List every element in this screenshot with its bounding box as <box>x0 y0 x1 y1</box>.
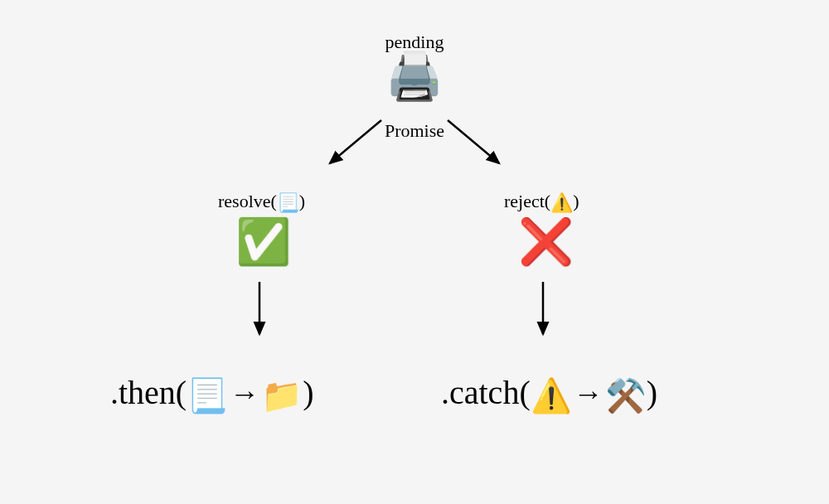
svg-line-0 <box>330 120 381 163</box>
catch-suffix: ) <box>647 374 657 411</box>
promise-label: Promise <box>385 120 444 142</box>
check-icon: ✅ <box>235 220 291 264</box>
document-icon: 📃 <box>187 377 228 414</box>
folder-icon: 📁 <box>261 377 303 414</box>
promise-diagram: pending 🖨️ Promise resolve(📃) ✅ reject(⚠… <box>0 0 829 504</box>
arrow-right-icon: → <box>230 377 259 410</box>
arrow-to-reject-icon <box>439 112 514 178</box>
cross-icon: ❌ <box>518 220 574 264</box>
resolve-label: resolve(📃) <box>218 191 305 214</box>
reject-suffix: ) <box>573 191 579 211</box>
arrow-to-then-icon <box>247 278 272 344</box>
reject-label: reject(⚠️) <box>504 191 579 214</box>
arrow-to-catch-icon <box>531 278 555 344</box>
reject-prefix: reject( <box>504 191 550 211</box>
document-icon: 📃 <box>277 192 299 213</box>
arrow-right-icon: → <box>574 377 604 410</box>
warning-icon: ⚠️ <box>550 192 573 213</box>
then-label: .then(📃→📁) <box>110 373 314 415</box>
printer-icon: 🖨️ <box>385 53 444 99</box>
svg-line-1 <box>448 120 499 163</box>
resolve-suffix: ) <box>299 191 305 211</box>
catch-prefix: .catch( <box>441 374 531 411</box>
hammers-icon: ⚒️ <box>605 377 647 414</box>
catch-label: .catch(⚠️→⚒️) <box>441 373 657 415</box>
resolve-prefix: resolve( <box>218 191 277 211</box>
then-suffix: ) <box>303 374 313 411</box>
arrow-to-resolve-icon <box>315 112 390 178</box>
then-prefix: .then( <box>110 374 187 411</box>
warning-icon: ⚠️ <box>531 377 572 414</box>
